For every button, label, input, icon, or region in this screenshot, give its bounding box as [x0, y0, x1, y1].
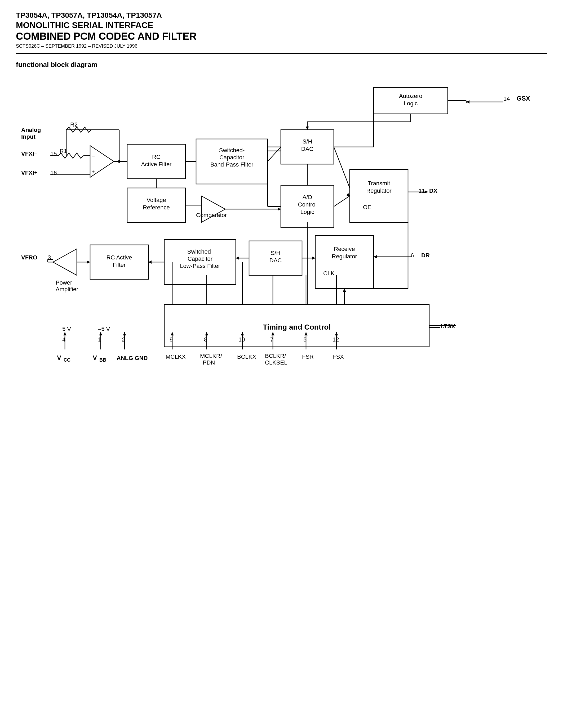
- sc-lowpass-label2: Capacitor: [187, 255, 212, 262]
- vbb-label: V: [93, 354, 97, 361]
- sc-lowpass-label: Switched-: [187, 248, 213, 255]
- pdn-label: PDN: [203, 359, 215, 366]
- svg-marker-30: [347, 193, 350, 196]
- rx-reg-label: Receive: [334, 246, 355, 252]
- svg-line-29: [334, 196, 350, 206]
- svg-marker-35: [201, 196, 225, 222]
- voltage-ref-label: Voltage: [146, 197, 166, 203]
- gsx-label: GSX: [517, 95, 530, 102]
- rc-active-top-label: RC: [152, 154, 160, 160]
- comparator-label: Comparator: [196, 212, 227, 218]
- analog-input-label: Analog: [21, 127, 41, 133]
- anlg-gnd-label: ANLG GND: [117, 355, 147, 361]
- vfxi-plus-label: VFXI+: [21, 169, 38, 176]
- opamp-plus: +: [92, 169, 95, 175]
- minus5v-label: –5 V: [98, 326, 110, 332]
- autozero-label: Autozero: [399, 93, 422, 99]
- power-amp-label2: Amplifier: [56, 286, 78, 293]
- 5v-label: 5 V: [62, 326, 71, 332]
- pin11-label: 11: [419, 187, 425, 194]
- svg-rect-53: [315, 236, 374, 289]
- rc-active-bot-label2: Filter: [113, 262, 126, 268]
- dr-label: DR: [421, 252, 430, 259]
- pin6-label: 6: [411, 252, 414, 259]
- rc-active-bot-label: RC Active: [106, 254, 132, 261]
- svg-marker-81: [335, 332, 338, 335]
- rx-reg-label2: Regulator: [332, 253, 357, 260]
- tx-reg-label2: Regulator: [366, 187, 391, 194]
- svg-marker-24: [306, 127, 309, 130]
- rc-active-top-label2: Active Filter: [141, 161, 172, 168]
- power-amp-label: Power: [56, 279, 72, 286]
- voltage-ref-label2: Reference: [143, 204, 170, 211]
- svg-marker-75: [241, 332, 244, 335]
- header-subtitle1: MONOLITHIC SERIAL INTERFACE: [16, 20, 547, 30]
- ad-control-label: A/D: [303, 194, 313, 200]
- header-doc: SCTS026C – SEPTEMBER 1992 – REVISED JULY…: [16, 43, 547, 49]
- svg-marker-49: [148, 260, 151, 264]
- vbb-sub: BB: [99, 357, 106, 363]
- sh-dac-bot-label2: DAC: [269, 257, 282, 264]
- vfro-label: VFRO: [21, 254, 37, 261]
- opamp-minus: –: [92, 153, 95, 159]
- mclkx-label: MCLKX: [165, 353, 186, 360]
- svg-line-82: [267, 147, 281, 161]
- header-subtitle2: COMBINED PCM CODEC AND FILTER: [16, 30, 547, 43]
- sc-bandpass-label3: Band-Pass Filter: [210, 161, 253, 168]
- svg-marker-73: [205, 332, 208, 335]
- tx-reg-label: Transmit: [368, 180, 390, 187]
- svg-marker-55: [374, 255, 377, 258]
- clk-label: CLK: [323, 270, 335, 277]
- dx-label: DX: [429, 187, 437, 194]
- vcc-sub: CC: [64, 357, 70, 363]
- svg-marker-40: [53, 249, 77, 275]
- ad-control-label3: Logic: [301, 209, 315, 215]
- svg-marker-28: [425, 190, 428, 194]
- sh-dac-top-label2: DAC: [301, 146, 314, 152]
- autozero-label2: Logic: [404, 100, 418, 107]
- svg-marker-1: [466, 100, 470, 104]
- sc-bandpass-label: Switched-: [219, 147, 245, 154]
- functional-block-diagram: GSX 14 Autozero Logic Analog Input R2 VF…: [16, 74, 535, 392]
- svg-marker-79: [305, 332, 308, 335]
- svg-marker-46: [87, 260, 90, 264]
- svg-rect-47: [164, 240, 236, 285]
- svg-marker-57: [312, 257, 315, 260]
- svg-marker-67: [99, 332, 102, 335]
- mclkr-label: MCLKR/: [200, 353, 222, 359]
- vfxi-minus-label: VFXI–: [21, 150, 37, 157]
- svg-marker-65: [63, 332, 66, 335]
- pin10-label: 10: [238, 336, 245, 343]
- pin12-label: 12: [333, 336, 339, 343]
- svg-rect-26: [350, 169, 408, 222]
- header-divider: [16, 53, 547, 54]
- sc-lowpass-label3: Low-Pass Filter: [180, 263, 220, 269]
- header: TP3054A, TP3057A, TP13054A, TP13057A MON…: [16, 11, 547, 49]
- section-title: functional block diagram: [16, 61, 547, 69]
- r2-label: R2: [70, 121, 78, 128]
- svg-line-86: [334, 147, 350, 188]
- timing-control-label: Timing and Control: [263, 323, 331, 331]
- pin14-label: 14: [503, 95, 510, 102]
- bclkr-label: BCLKR/: [265, 353, 286, 359]
- svg-marker-62: [343, 289, 346, 292]
- ad-control-label2: Control: [298, 201, 317, 208]
- fsx-label: FSX: [333, 353, 344, 360]
- analog-input-label2: Input: [21, 133, 35, 140]
- svg-marker-69: [123, 332, 126, 335]
- diagram-container: GSX 14 Autozero Logic Analog Input R2 VF…: [16, 74, 535, 392]
- sc-bandpass-label2: Capacitor: [219, 154, 244, 161]
- oe-label: OE: [363, 204, 372, 210]
- svg-marker-77: [271, 332, 274, 335]
- sh-dac-bot-label: S/H: [271, 250, 280, 256]
- clksel-label: CLKSEL: [265, 359, 287, 366]
- svg-marker-52: [236, 257, 239, 260]
- fsr-label: FSR: [302, 353, 314, 360]
- vcc-label: V: [57, 354, 61, 361]
- svg-marker-38: [277, 208, 281, 211]
- header-title: TP3054A, TP3057A, TP13054A, TP13057A: [16, 11, 547, 20]
- sh-dac-top-label: S/H: [303, 138, 313, 145]
- bclkx-label: BCLKX: [237, 353, 256, 360]
- svg-marker-71: [171, 332, 174, 335]
